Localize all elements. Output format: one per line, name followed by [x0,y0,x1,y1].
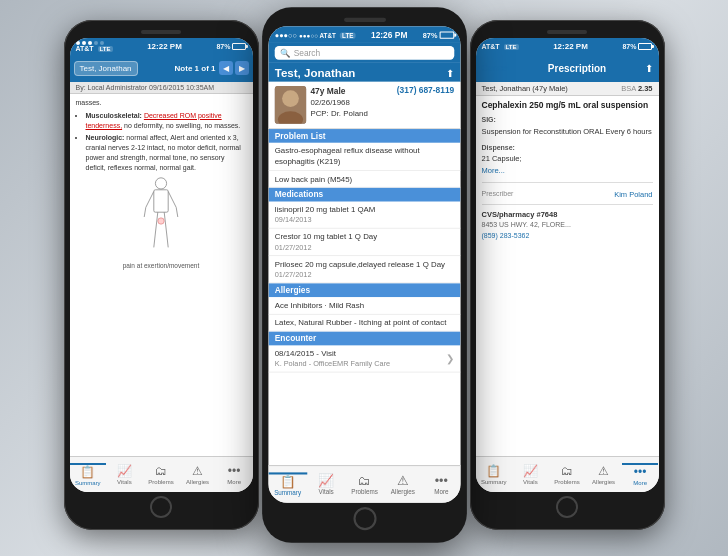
tab-bar-3: 📋 Summary 📈 Vitals 🗂 Problems ⚠ Allergie… [476,456,659,492]
avatar-svg [274,86,306,124]
vitals-icon-1: 📈 [117,464,132,478]
problems-icon-3: 🗂 [561,464,573,478]
allergies-label-2: Allergies [390,489,414,495]
tab-summary-3[interactable]: 📋 Summary [476,464,513,485]
svg-point-0 [155,177,166,188]
carrier-3: AT&T LTE [482,43,519,50]
patient-avatar [274,86,306,124]
allergy-item-2[interactable]: Latex, Natural Rubber - Itching at point… [268,314,460,332]
med-item-2[interactable]: Crestor 10 mg tablet 1 Q Day 01/27/2012 [268,229,460,256]
tab-problems-1[interactable]: 🗂 Problems [143,464,180,485]
med-1-date: 09/14/2013 [274,215,454,225]
patient-name-2: Test, Jonathan [274,66,355,79]
phone-summary: ●●●○○ ●●●○○ AT&T LTE 12:26 PM 87% 🔍 Sear… [262,7,467,543]
patient-name-header: Test, Jonathan ⬆ [268,63,460,82]
rx-title: Prescription [548,63,606,74]
section-header-allergies: Allergies [268,283,460,297]
problems-label-2: Problems [351,489,378,495]
tab-vitals-2[interactable]: 📈 Vitals [306,473,344,495]
phone-note: AT&T LTE 12:22 PM 87% Test, Jonathan Not… [64,20,259,530]
summary-label-2: Summary [274,490,301,496]
tab-allergies-2[interactable]: ⚠ Allergies [383,473,421,495]
tab-more-1[interactable]: ••• More [216,464,253,485]
drug-name: Cephalexin 250 mg/5 mL oral suspension [482,100,653,111]
share-icon-2[interactable]: ⬆ [445,67,453,79]
med-item-3[interactable]: Prilosec 20 mg capsule,delayed release 1… [268,256,460,283]
summary-label-3: Summary [481,479,507,485]
more-link[interactable]: More... [482,165,653,176]
pharmacy-phone[interactable]: (859) 283-5362 [482,231,653,242]
tab-allergies-3[interactable]: ⚠ Allergies [585,464,622,485]
phone-home-1[interactable] [150,496,172,518]
status-bar-2: ●●●○○ ●●●○○ AT&T LTE 12:26 PM 87% [268,26,460,43]
time-1: 12:22 PM [147,42,182,51]
problems-icon-1: 🗂 [155,464,167,478]
section-header-problems: Problem List [268,129,460,143]
summary-icon-1: 📋 [80,465,95,479]
patient-name-btn-1[interactable]: Test, Jonathan [74,61,138,76]
svg-rect-1 [154,189,168,211]
note-nav: Note 1 of 1 ◀ ▶ [175,61,249,75]
patient-header: 47y Male 02/26/1968 PCP: Dr. Poland (317… [268,82,460,129]
encounter-item-1[interactable]: 08/14/2015 - Visit K. Poland - OfficeEMR… [268,346,460,373]
rx-content: Cephalexin 250 mg/5 mL oral suspension S… [476,96,659,456]
tab-problems-3[interactable]: 🗂 Problems [549,464,586,485]
pcp: PCP: Dr. Poland [310,109,392,120]
share-icon-3[interactable]: ⬆ [645,63,653,74]
patient-phone[interactable]: (317) 687-8119 [396,86,453,95]
tab-summary-1[interactable]: 📋 Summary [70,463,107,486]
carrier-2: ●●●○○ ●●●○○ AT&T LTE [274,31,355,38]
svg-point-10 [158,217,164,223]
diagram-label: pain at exertion/movement [76,261,247,270]
tab-allergies-1[interactable]: ⚠ Allergies [179,464,216,485]
allergies-icon-2: ⚠ [397,473,409,488]
pharmacy-block: CVS/pharmacy #7648 8453 US HWY. 42, FLOR… [482,209,653,241]
search-input-box[interactable]: 🔍 Search [274,46,454,60]
phone-home-2[interactable] [352,507,375,530]
allergies-icon-1: ⚠ [192,464,203,478]
dispense-label: Dispense: [482,143,653,154]
age-gender: 47y Male [310,86,392,98]
prescriber-name[interactable]: Kim Poland [614,189,652,200]
section-header-encounter: Encounter [268,332,460,346]
med-2-name: Crestor 10 mg tablet 1 Q Day [274,232,454,242]
tab-problems-2[interactable]: 🗂 Problems [345,473,383,495]
problems-label-3: Problems [554,479,579,485]
allergy-item-1[interactable]: Ace Inhibitors · Mild Rash [268,297,460,315]
tab-bar-1: 📋 Summary 📈 Vitals 🗂 Problems ⚠ Allergie… [70,456,253,492]
battery-area-1: 87% [216,43,246,50]
cancel-button[interactable]: Cancel [482,63,510,73]
encounter-row: 08/14/2015 - Visit K. Poland - OfficeEMR… [274,349,454,369]
more-icon-2: ••• [434,473,447,488]
tab-vitals-1[interactable]: 📈 Vitals [106,464,143,485]
status-bar-1: AT&T LTE 12:22 PM 87% [70,38,253,54]
status-bar-3: AT&T LTE 12:22 PM 87% [476,38,659,54]
vitals-icon-3: 📈 [523,464,538,478]
phone-screen-summary: ●●●○○ ●●●○○ AT&T LTE 12:26 PM 87% 🔍 Sear… [268,26,460,503]
tab-vitals-3[interactable]: 📈 Vitals [512,464,549,485]
prev-note-btn[interactable]: ◀ [219,61,233,75]
tab-summary-2[interactable]: 📋 Summary [268,472,306,496]
allergies-label-3: Allergies [592,479,615,485]
divider-rx-2 [482,204,653,205]
svg-line-3 [144,207,146,217]
sig-value: Suspension for Reconstitution ORAL Every… [482,126,653,137]
battery-icon-1 [232,43,246,50]
note-neurologic: Neurologic: normal affect, Alert and ori… [86,133,247,172]
carrier-1: AT&T LTE [76,41,113,52]
tab-more-3[interactable]: ••• More [622,463,659,486]
problem-item-1[interactable]: Gastro-esophageal reflux disease without… [268,143,460,171]
dob: 02/26/1968 [310,98,392,109]
phone-home-3[interactable] [556,496,578,518]
problem-item-2[interactable]: Low back pain (M545) [268,171,460,189]
rx-patient-name: Test, Jonathan (47y Male) [482,84,568,93]
vitals-label-3: Vitals [523,479,538,485]
phone-screen-rx: AT&T LTE 12:22 PM 87% Cancel Prescriptio… [476,38,659,492]
allergies-label-1: Allergies [186,479,209,485]
tab-more-2[interactable]: ••• More [422,473,460,495]
svg-line-5 [176,207,178,217]
med-item-1[interactable]: lisinopril 20 mg tablet 1 QAM 09/14/2013 [268,202,460,229]
more-icon-1: ••• [228,464,241,478]
next-note-btn[interactable]: ▶ [235,61,249,75]
search-bar: 🔍 Search [268,43,460,63]
